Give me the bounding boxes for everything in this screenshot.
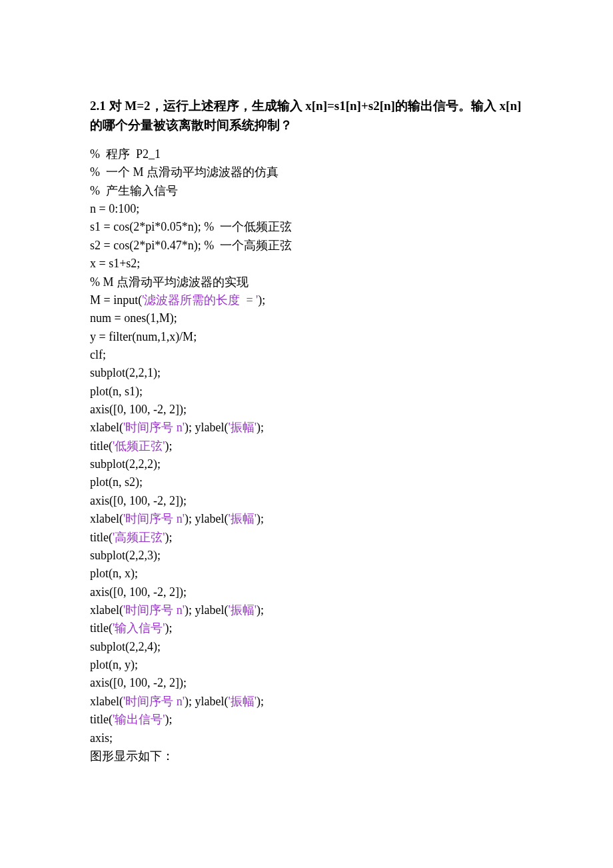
code-text: ); (165, 713, 173, 726)
code-string: '高频正弦' (113, 531, 165, 544)
code-text: title( (90, 439, 113, 453)
code-text: title( (90, 531, 113, 544)
code-text: ); ylabel( (185, 512, 228, 525)
code-text: title( (90, 713, 113, 726)
code-line: axis([0, 100, -2, 2]); (90, 674, 533, 692)
code-string: '输出信号' (113, 713, 165, 726)
code-text: ); (165, 439, 173, 453)
code-line: title('高频正弦'); (90, 529, 533, 547)
heading-line-2: 的哪个分量被该离散时间系统抑制？ (90, 116, 533, 135)
code-line: s2 = cos(2*pi*0.47*n); % 一个高频正弦 (90, 237, 533, 255)
code-block: % 程序 P2_1 % 一个 M 点滑动平均滤波器的仿真 % 产生输入信号 n … (90, 145, 533, 765)
code-line: plot(n, x); (90, 565, 533, 583)
code-string: '振幅' (228, 512, 257, 525)
code-line: M = input('滤波器所需的长度 = '); (90, 291, 533, 309)
code-line: % 产生输入信号 (90, 182, 533, 200)
code-line: x = s1+s2; (90, 255, 533, 273)
code-line: axis([0, 100, -2, 2]); (90, 583, 533, 601)
code-line: s1 = cos(2*pi*0.05*n); % 一个低频正弦 (90, 218, 533, 236)
code-line: clf; (90, 346, 533, 364)
code-line: y = filter(num,1,x)/M; (90, 328, 533, 346)
heading-line-1: 2.1 对 M=2，运行上述程序，生成输入 x[n]=s1[n]+s2[n]的输… (90, 97, 533, 116)
code-line: plot(n, s1); (90, 383, 533, 401)
code-line: subplot(2,2,1); (90, 364, 533, 382)
code-text: xlabel( (90, 512, 123, 525)
code-text: xlabel( (90, 695, 123, 708)
code-text: ); (257, 603, 264, 617)
code-line: % 程序 P2_1 (90, 145, 533, 163)
code-text: 一个低频正弦 (214, 220, 292, 233)
code-line: % 一个 M 点滑动平均滤波器的仿真 (90, 163, 533, 181)
code-text: s1 = cos(2*pi*0.05*n); % (90, 220, 214, 233)
code-text: xlabel( (90, 603, 123, 617)
code-text: ); ylabel( (185, 421, 228, 434)
code-string: '低频正弦' (113, 439, 165, 453)
code-string: '时间序号 n' (123, 512, 185, 525)
code-text: title( (90, 621, 113, 635)
code-text: M = input( (90, 293, 142, 307)
code-line: n = 0:100; (90, 200, 533, 218)
code-string: '振幅' (228, 603, 257, 617)
section-heading: 2.1 对 M=2，运行上述程序，生成输入 x[n]=s1[n]+s2[n]的输… (90, 97, 533, 135)
code-line: xlabel('时间序号 n'); ylabel('振幅'); (90, 601, 533, 619)
code-text: ); (257, 695, 264, 708)
code-line: axis; (90, 729, 533, 747)
code-string: '时间序号 n' (123, 603, 185, 617)
code-text: ); (165, 531, 173, 544)
code-string: '振幅' (228, 421, 257, 434)
code-line: title('低频正弦'); (90, 437, 533, 455)
code-line: xlabel('时间序号 n'); ylabel('振幅'); (90, 419, 533, 437)
code-line: subplot(2,2,2); (90, 455, 533, 473)
code-text: xlabel( (90, 421, 123, 434)
code-line: axis([0, 100, -2, 2]); (90, 401, 533, 419)
code-text: ); (258, 293, 265, 307)
code-line: title('输入信号'); (90, 619, 533, 637)
code-text: ); ylabel( (185, 603, 228, 617)
code-text: 一个高频正弦 (214, 239, 292, 252)
code-text: ); (165, 621, 173, 635)
code-line: axis([0, 100, -2, 2]); (90, 492, 533, 510)
code-string: '输入信号' (113, 621, 165, 635)
code-text: ); (257, 421, 264, 434)
code-line: plot(n, y); (90, 656, 533, 674)
code-text: s2 = cos(2*pi*0.47*n); % (90, 239, 214, 252)
code-line: title('输出信号'); (90, 711, 533, 729)
code-string: '时间序号 n' (123, 421, 185, 434)
code-line: subplot(2,2,3); (90, 547, 533, 565)
code-text: ); ylabel( (185, 695, 228, 708)
code-line: % M 点滑动平均滤波器的实现 (90, 273, 533, 291)
code-line: subplot(2,2,4); (90, 638, 533, 656)
code-line: xlabel('时间序号 n'); ylabel('振幅'); (90, 693, 533, 711)
code-string: '振幅' (228, 695, 257, 708)
code-string: '滤波器所需的长度 = ' (142, 293, 258, 307)
code-text: ); (257, 512, 264, 525)
code-line: plot(n, s2); (90, 473, 533, 491)
code-line: 图形显示如下： (90, 747, 533, 765)
code-line: num = ones(1,M); (90, 309, 533, 327)
code-string: '时间序号 n' (123, 695, 185, 708)
document-page: 2.1 对 M=2，运行上述程序，生成输入 x[n]=s1[n]+s2[n]的输… (0, 0, 613, 832)
code-line: xlabel('时间序号 n'); ylabel('振幅'); (90, 510, 533, 528)
